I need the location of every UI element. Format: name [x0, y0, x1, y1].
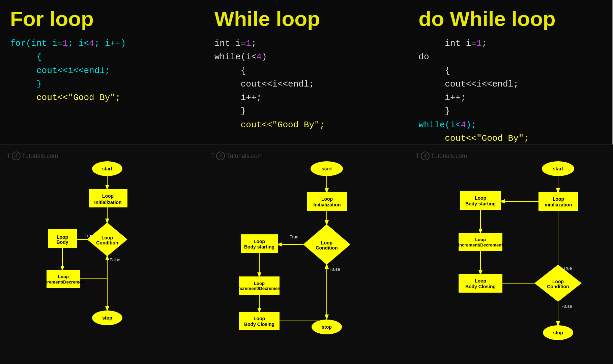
- svg-text:Body: Body: [56, 239, 68, 245]
- watermark-3: T 4 Tutorials.com: [416, 152, 467, 160]
- svg-text:Body starting: Body starting: [465, 201, 496, 206]
- svg-text:Loop: Loop: [475, 278, 486, 284]
- svg-text:Condition: Condition: [96, 240, 118, 245]
- svg-text:Condition: Condition: [547, 284, 569, 289]
- svg-text:start: start: [102, 166, 112, 171]
- while-loop-diagram: T 4 Tutorials.com start Loop Initializat…: [204, 145, 409, 364]
- svg-text:False: False: [110, 257, 120, 262]
- dowhile-loop-diagram: T 4 Tutorials.com start Loop initiliazat…: [409, 145, 613, 364]
- svg-text:Loop: Loop: [102, 193, 114, 199]
- svg-text:Body Closing: Body Closing: [465, 284, 496, 289]
- svg-text:Loop: Loop: [475, 237, 486, 242]
- for-loop-diagram: T 4 Tutorials.com start Loop Initializat…: [0, 145, 204, 364]
- dowhile-loop-code: int i=1; do { cout<<i<<endl; i++; } whil…: [418, 37, 602, 145]
- dowhile-loop-flowchart: start Loop initiliazation Loop Body star…: [423, 154, 599, 356]
- svg-text:True: True: [290, 234, 298, 239]
- svg-text:False: False: [329, 267, 340, 272]
- svg-text:True: True: [563, 266, 572, 271]
- svg-text:Increment/Decrement: Increment/Decrement: [458, 242, 503, 247]
- svg-text:Loop: Loop: [254, 316, 265, 321]
- svg-text:start: start: [553, 166, 563, 171]
- svg-rect-16: [47, 270, 80, 288]
- svg-text:Loop: Loop: [101, 235, 113, 240]
- svg-rect-61: [459, 233, 502, 251]
- while-loop-column: While loop int i=1; while(i<4) { cout<<i…: [204, 0, 409, 144]
- dowhile-loop-column: do While loop int i=1; do { cout<<i<<end…: [408, 0, 613, 144]
- svg-text:Body starting: Body starting: [244, 244, 274, 250]
- svg-text:Loop: Loop: [254, 239, 265, 244]
- svg-text:False: False: [561, 304, 572, 309]
- svg-text:True: True: [85, 233, 93, 238]
- svg-text:Body Closing: Body Closing: [244, 322, 274, 327]
- svg-text:Loop: Loop: [475, 195, 486, 201]
- svg-text:Initialization: Initialization: [94, 200, 121, 205]
- for-loop-title: For loop: [10, 7, 194, 31]
- dowhile-loop-title: do While loop: [418, 7, 602, 31]
- svg-text:stop: stop: [322, 324, 332, 330]
- while-loop-title: While loop: [214, 7, 398, 31]
- for-loop-column: For loop for(int i=1; i<4; i++) { cout<<…: [0, 0, 204, 144]
- watermark-1: T 4 Tutorials.com: [7, 152, 58, 160]
- svg-text:Loop: Loop: [58, 274, 69, 279]
- svg-text:Loop: Loop: [57, 234, 68, 240]
- svg-text:Loop: Loop: [321, 196, 333, 202]
- svg-text:Loop: Loop: [553, 196, 564, 202]
- for-loop-code: for(int i=1; i<4; i++) { cout<<i<<endl; …: [10, 37, 194, 104]
- svg-text:Loop: Loop: [254, 280, 265, 286]
- svg-text:Loop: Loop: [321, 240, 332, 245]
- svg-text:Loop: Loop: [552, 279, 564, 284]
- while-loop-code: int i=1; while(i<4) { cout<<i<<endl; i++…: [214, 37, 398, 132]
- svg-text:stop: stop: [553, 330, 563, 335]
- svg-text:Initialization: Initialization: [314, 202, 341, 207]
- svg-text:Condition: Condition: [316, 245, 338, 251]
- while-loop-flowchart: start Loop Initialization Loop Condition…: [222, 154, 391, 356]
- svg-text:Increment/Decrement: Increment/Decrement: [45, 279, 86, 284]
- for-loop-flowchart: start Loop Initialization Loop Condition…: [45, 154, 159, 356]
- watermark-2: T 4 Tutorials.com: [211, 152, 262, 160]
- svg-text:Increment/Decrement: Increment/Decrement: [237, 286, 282, 291]
- svg-text:stop: stop: [102, 315, 112, 321]
- svg-text:start: start: [322, 166, 332, 171]
